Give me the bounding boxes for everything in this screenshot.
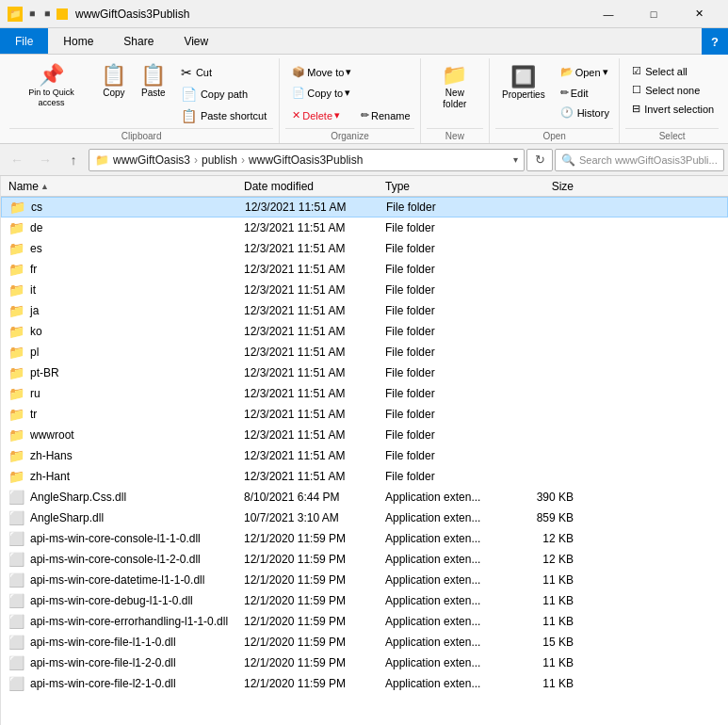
select-all-button[interactable]: ☑ Select all — [625, 62, 720, 80]
table-row[interactable]: 📁 ru 12/3/2021 11:51 AM File folder — [1, 383, 728, 404]
move-to-button[interactable]: 📦 Move to ▾ — [285, 62, 416, 82]
table-row[interactable]: 📁 cs 12/3/2021 11:51 AM File folder — [1, 197, 728, 218]
cut-button[interactable]: ✂ Cut — [174, 62, 273, 83]
folder-icon: 📁 — [8, 262, 24, 277]
header-size[interactable]: Size — [498, 180, 574, 193]
file-icon: ⬜ — [8, 510, 24, 525]
cell-type: Application exten... — [385, 532, 498, 545]
copyto-arrow: ▾ — [345, 87, 350, 99]
cell-name: ⬜ api-ms-win-core-debug-l1-1-0.dll — [8, 593, 244, 608]
invert-selection-button[interactable]: ⊟ Invert selection — [625, 100, 720, 118]
file-name: pl — [30, 346, 39, 359]
cell-type: File folder — [385, 428, 498, 442]
folder-icon: 📁 — [8, 303, 24, 318]
table-row[interactable]: 📁 pt-BR 12/3/2021 11:51 AM File folder — [1, 362, 728, 383]
table-row[interactable]: 📁 wwwroot 12/3/2021 11:51 AM File folder — [1, 425, 728, 445]
cell-date: 12/3/2021 11:51 AM — [244, 325, 385, 338]
copy-path-button[interactable]: 📄 Copy path — [174, 84, 273, 105]
rename-button[interactable]: ✏ Rename — [354, 105, 417, 125]
table-row[interactable]: ⬜ api-ms-win-core-console-l1-1-0.dll 12/… — [1, 528, 728, 549]
tab-home[interactable]: Home — [48, 28, 108, 54]
table-row[interactable]: 📁 fr 12/3/2021 11:51 AM File folder — [1, 259, 728, 280]
table-row[interactable]: 📁 de 12/3/2021 11:51 AM File folder — [1, 218, 728, 238]
table-row[interactable]: 📁 ja 12/3/2021 11:51 AM File folder — [1, 300, 728, 321]
paste-button[interactable]: 📋 Paste — [135, 60, 172, 104]
table-row[interactable]: ⬜ AngleSharp.Css.dll 8/10/2021 6:44 PM A… — [1, 487, 728, 508]
table-row[interactable]: 📁 zh-Hant 12/3/2021 11:51 AM File folder — [1, 466, 728, 487]
address-icon: 📁 — [95, 153, 109, 167]
close-button[interactable]: ✕ — [677, 0, 720, 28]
history-icon: 🕐 — [560, 106, 574, 119]
maximize-button[interactable]: □ — [632, 0, 675, 28]
cell-size: 390 KB — [498, 491, 574, 504]
cell-type: Application exten... — [385, 511, 498, 524]
table-row[interactable]: ⬜ AngleSharp.dll 10/7/2021 3:10 AM Appli… — [1, 508, 728, 528]
cell-date: 12/3/2021 11:51 AM — [244, 470, 385, 483]
paste-shortcut-button[interactable]: 📋 Paste shortcut — [174, 105, 273, 126]
up-button[interactable]: ↑ — [60, 147, 87, 173]
help-button[interactable]: ? — [702, 28, 728, 55]
table-row[interactable]: ⬜ api-ms-win-core-file-l1-1-0.dll 12/1/2… — [1, 632, 728, 652]
cell-type: File folder — [385, 366, 498, 379]
cell-name: ⬜ api-ms-win-core-console-l1-1-0.dll — [8, 531, 244, 546]
delete-rename-row: ✕ Delete ▾ ✏ Rename — [285, 105, 416, 125]
ribbon-select-items: ☑ Select all ☐ Select none ⊟ Invert sele… — [625, 58, 719, 128]
ribbon-open-items: 🔲 Properties 📂 Open ▾ ✏ Edit 🕐 History — [495, 58, 613, 128]
header-date[interactable]: Date modified — [244, 180, 385, 193]
cell-date: 12/3/2021 11:51 AM — [245, 201, 386, 214]
delete-button[interactable]: ✕ Delete ▾ — [285, 105, 347, 125]
refresh-button[interactable]: ↻ — [526, 149, 553, 171]
open-button[interactable]: 📂 Open ▾ — [554, 62, 616, 82]
file-name: it — [30, 283, 36, 297]
table-row[interactable]: ⬜ api-ms-win-core-console-l1-2-0.dll 12/… — [1, 549, 728, 570]
new-folder-button[interactable]: 📁 New folder — [427, 60, 483, 115]
minimize-button[interactable]: — — [587, 0, 630, 28]
file-name: api-ms-win-core-file-l1-2-0.dll — [30, 656, 176, 669]
breadcrumb-part-1[interactable]: wwwGiftOasis3 — [113, 153, 190, 167]
breadcrumb-part-3[interactable]: wwwGiftOasis3Publish — [249, 153, 363, 167]
table-row[interactable]: 📁 tr 12/3/2021 11:51 AM File folder — [1, 404, 728, 425]
cell-name: 📁 pl — [8, 345, 244, 360]
table-row[interactable]: ⬜ api-ms-win-core-datetime-l1-1-0.dll 12… — [1, 570, 728, 590]
cell-date: 12/3/2021 11:51 AM — [244, 283, 385, 297]
copy-button[interactable]: 📋 Copy — [95, 60, 133, 104]
back-button[interactable]: ← — [4, 147, 30, 173]
table-row[interactable]: ⬜ api-ms-win-core-file-l1-2-0.dll 12/1/2… — [1, 652, 728, 673]
history-button[interactable]: 🕐 History — [554, 104, 616, 121]
open-col1: 🔲 Properties — [495, 60, 552, 105]
cell-name: 📁 wwwroot — [8, 427, 244, 443]
address-dropdown-icon[interactable]: ▾ — [513, 154, 518, 165]
table-row[interactable]: 📁 it 12/3/2021 11:51 AM File folder — [1, 280, 728, 300]
ribbon-group-new: 📁 New folder New — [421, 58, 490, 143]
forward-button[interactable]: → — [32, 147, 58, 173]
select-none-button[interactable]: ☐ Select none — [625, 81, 720, 99]
table-row[interactable]: ⬜ api-ms-win-core-errorhandling-l1-1-0.d… — [1, 611, 728, 632]
table-row[interactable]: 📁 zh-Hans 12/3/2021 11:51 AM File folder — [1, 445, 728, 466]
table-row[interactable]: 📁 ko 12/3/2021 11:51 AM File folder — [1, 321, 728, 342]
cell-name: 📁 de — [8, 220, 244, 235]
properties-button[interactable]: 🔲 Properties — [495, 62, 552, 105]
tab-file[interactable]: File — [0, 28, 48, 54]
copy-to-button[interactable]: 📄 Copy to ▾ — [285, 83, 416, 103]
breadcrumb-part-2[interactable]: publish — [202, 153, 237, 167]
file-icon: ⬜ — [8, 655, 24, 670]
paste-shortcut-label: Paste shortcut — [201, 110, 267, 121]
table-row[interactable]: ⬜ api-ms-win-core-file-l2-1-0.dll 12/1/2… — [1, 673, 728, 694]
ribbon-group-organize: 📦 Move to ▾ 📄 Copy to ▾ ✕ Delete ▾ — [280, 58, 420, 143]
header-type[interactable]: Type — [385, 180, 498, 193]
table-row[interactable]: ⬜ api-ms-win-core-debug-l1-1-0.dll 12/1/… — [1, 590, 728, 611]
tab-share[interactable]: Share — [108, 28, 169, 54]
cell-name: 📁 it — [8, 282, 244, 298]
search-bar[interactable]: 🔍 Search wwwGiftOasis3Publi... — [555, 149, 724, 171]
table-row[interactable]: 📁 es 12/3/2021 11:51 AM File folder — [1, 238, 728, 259]
file-name: wwwroot — [30, 428, 74, 442]
header-name[interactable]: Name ▲ — [8, 180, 244, 193]
pin-quick-access-button[interactable]: 📌 Pin to Quick access — [9, 60, 93, 113]
edit-button[interactable]: ✏ Edit — [554, 83, 616, 103]
file-list-container[interactable]: 📁 cs 12/3/2021 11:51 AM File folder 📁 de… — [1, 197, 728, 725]
move-label: Move to — [307, 67, 344, 78]
tab-view[interactable]: View — [169, 28, 223, 54]
table-row[interactable]: 📁 pl 12/3/2021 11:51 AM File folder — [1, 342, 728, 362]
address-bar[interactable]: 📁 wwwGiftOasis3 › publish › wwwGiftOasis… — [89, 149, 525, 171]
file-name: de — [30, 221, 42, 234]
